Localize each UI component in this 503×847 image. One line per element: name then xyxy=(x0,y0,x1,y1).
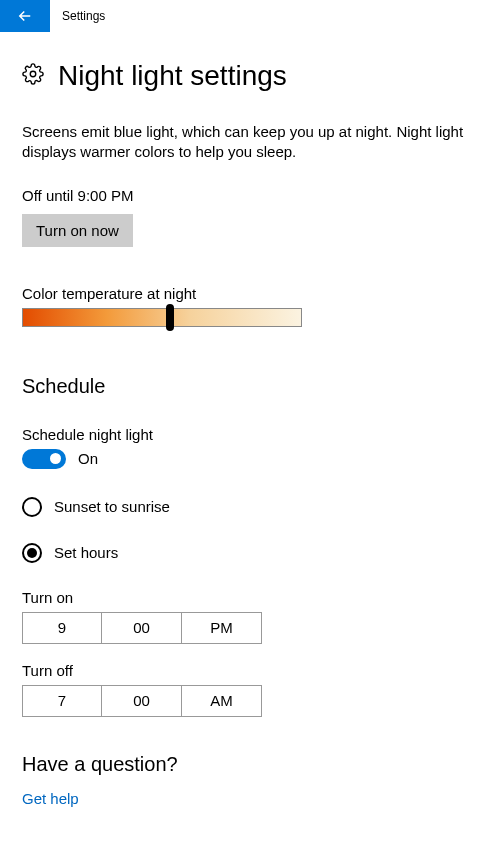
toggle-state-label: On xyxy=(78,450,98,467)
content: Night light settings Screens emit blue l… xyxy=(0,32,503,826)
page-header: Night light settings xyxy=(22,60,481,92)
turn-on-hour[interactable]: 9 xyxy=(22,612,102,644)
radio-sunset-label: Sunset to sunrise xyxy=(54,498,170,515)
toggle-knob xyxy=(50,453,61,464)
slider-thumb[interactable] xyxy=(166,304,174,331)
turn-on-time-picker: 9 00 PM xyxy=(22,612,481,644)
color-temperature-label: Color temperature at night xyxy=(22,285,481,302)
help-heading: Have a question? xyxy=(22,753,481,776)
turn-off-minute[interactable]: 00 xyxy=(102,685,182,717)
titlebar: Settings xyxy=(0,0,503,32)
turn-off-period[interactable]: AM xyxy=(182,685,262,717)
svg-point-0 xyxy=(30,71,36,77)
get-help-link[interactable]: Get help xyxy=(22,790,79,807)
schedule-toggle[interactable] xyxy=(22,449,66,469)
turn-on-period[interactable]: PM xyxy=(182,612,262,644)
schedule-toggle-row: On xyxy=(22,449,481,469)
color-temperature-slider[interactable] xyxy=(22,308,302,327)
radio-set-hours-label: Set hours xyxy=(54,544,118,561)
schedule-toggle-label: Schedule night light xyxy=(22,426,481,443)
window-title: Settings xyxy=(50,9,105,23)
turn-on-now-button[interactable]: Turn on now xyxy=(22,214,133,247)
turn-off-label: Turn off xyxy=(22,662,481,679)
arrow-left-icon xyxy=(16,7,34,25)
gear-icon xyxy=(22,63,44,89)
page-title: Night light settings xyxy=(58,60,287,92)
schedule-heading: Schedule xyxy=(22,375,481,398)
radio-set-hours[interactable] xyxy=(22,543,42,563)
turn-on-minute[interactable]: 00 xyxy=(102,612,182,644)
turn-on-label: Turn on xyxy=(22,589,481,606)
description-text: Screens emit blue light, which can keep … xyxy=(22,122,481,163)
turn-off-hour[interactable]: 7 xyxy=(22,685,102,717)
radio-sunset[interactable] xyxy=(22,497,42,517)
radio-sunset-row: Sunset to sunrise xyxy=(22,497,481,517)
turn-off-time-picker: 7 00 AM xyxy=(22,685,481,717)
radio-set-hours-row: Set hours xyxy=(22,543,481,563)
status-text: Off until 9:00 PM xyxy=(22,187,481,204)
back-button[interactable] xyxy=(0,0,50,32)
